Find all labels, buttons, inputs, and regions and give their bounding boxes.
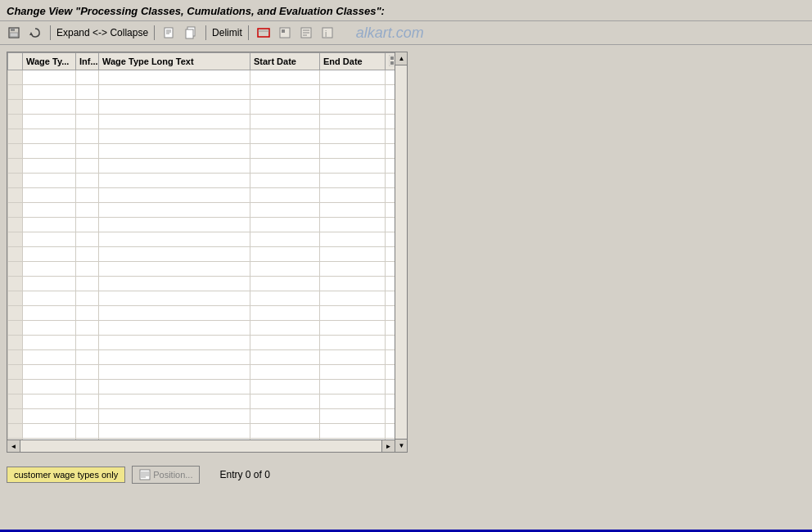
table-row[interactable] [8,409,397,424]
horizontal-scrollbar[interactable]: ◄ ► [7,440,395,452]
position-icon [139,469,151,480]
cell-col-end-date [320,232,386,247]
vertical-scrollbar[interactable]: ▲ ▼ [395,52,407,452]
table-row[interactable] [8,70,397,85]
cell-col-start-date [250,70,320,85]
table-row[interactable] [8,100,397,115]
scroll-up-btn[interactable]: ▲ [395,52,408,65]
row-selector[interactable] [8,424,23,439]
row-selector[interactable] [8,174,23,188]
row-selector[interactable] [8,129,23,144]
cell-col-long-text [99,350,250,365]
copy-icon[interactable] [182,24,200,42]
cell-col-start-date [250,218,320,232]
position-btn[interactable]: Position... [132,466,200,484]
table-row[interactable] [8,159,397,174]
row-selector[interactable] [8,394,23,409]
table-row[interactable] [8,394,397,409]
row-selector[interactable] [8,291,23,306]
table-row[interactable] [8,291,397,306]
cell-col-inf [76,262,99,277]
table-row[interactable] [8,218,397,232]
table-row[interactable] [8,188,397,203]
separator-4 [248,25,249,40]
table-row[interactable] [8,380,397,394]
row-selector[interactable] [8,336,23,350]
refresh-icon[interactable] [26,24,44,42]
row-selector[interactable] [8,365,23,380]
table-row[interactable] [8,144,397,159]
cell-col-start-date [250,409,320,424]
cell-col-start-date [250,100,320,115]
row-selector[interactable] [8,159,23,174]
row-selector[interactable] [8,277,23,291]
table-row[interactable] [8,350,397,365]
row-selector[interactable] [8,321,23,336]
table-row[interactable] [8,85,397,100]
cell-col-long-text [99,144,250,159]
cell-col-inf [76,277,99,291]
cell-col-end-date [320,336,386,350]
row-selector[interactable] [8,232,23,247]
cell-col-start-date [250,203,320,218]
cell-col-long-text [99,159,250,174]
row-selector[interactable] [8,115,23,129]
cell-col-inf [76,394,99,409]
table-row[interactable] [8,424,397,439]
row-selector[interactable] [8,306,23,321]
scroll-left-btn[interactable]: ◄ [7,440,20,453]
scroll-right-btn[interactable]: ► [381,440,395,453]
svg-text:i: i [325,29,327,38]
cell-col-wage-type [23,277,76,291]
table-row[interactable] [8,262,397,277]
table-row[interactable] [8,321,397,336]
toolbar-icon-1[interactable] [255,24,273,42]
cell-col-long-text [99,365,250,380]
row-selector[interactable] [8,70,23,85]
cell-col-wage-type [23,144,76,159]
table-row[interactable] [8,174,397,188]
status-bar: customer wage types only Position... Ent… [0,459,812,490]
table-row[interactable] [8,277,397,291]
row-selector[interactable] [8,380,23,394]
row-selector[interactable] [8,100,23,115]
svg-marker-3 [29,32,33,35]
row-selector[interactable] [8,262,23,277]
cell-col-end-date [320,262,386,277]
cell-col-end-date [320,277,386,291]
row-selector[interactable] [8,85,23,100]
table-row[interactable] [8,203,397,218]
cell-col-wage-type [23,365,76,380]
table-row[interactable] [8,306,397,321]
cell-col-end-date [320,174,386,188]
save-icon[interactable] [5,24,23,42]
scroll-down-btn[interactable]: ▼ [395,439,408,452]
cell-col-long-text [99,232,250,247]
table-row[interactable] [8,365,397,380]
row-selector[interactable] [8,144,23,159]
table-row[interactable] [8,129,397,144]
scroll-htrack [20,440,381,452]
table-row[interactable] [8,232,397,247]
cell-col-inf [76,188,99,203]
main-area: Wage Ty... Inf... Wage Type Long Text St… [0,45,812,459]
row-selector[interactable] [8,218,23,232]
toolbar-icon-2[interactable] [276,24,294,42]
customer-wage-types-btn[interactable]: customer wage types only [7,467,125,483]
svg-rect-9 [186,29,193,38]
toolbar-icon-4[interactable]: i [318,24,336,42]
table-row[interactable] [8,115,397,129]
row-selector[interactable] [8,350,23,365]
cell-col-end-date [320,70,386,85]
cell-col-long-text [99,409,250,424]
new-entries-icon[interactable] [160,24,178,42]
table-row[interactable] [8,336,397,350]
table-row[interactable] [8,247,397,262]
row-selector[interactable] [8,203,23,218]
row-selector[interactable] [8,409,23,424]
row-selector[interactable] [8,188,23,203]
toolbar-icon-3[interactable] [297,24,315,42]
svg-rect-21 [390,56,394,60]
row-selector[interactable] [8,247,23,262]
cell-col-start-date [250,159,320,174]
